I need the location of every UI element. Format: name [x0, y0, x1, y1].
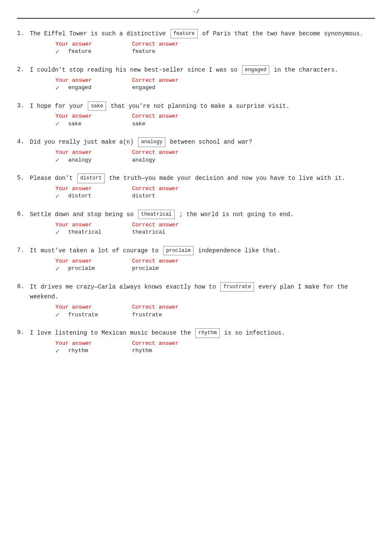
- your-answer-value: frustrate: [68, 312, 132, 318]
- answer-headers: Your answer Correct answer: [55, 258, 375, 264]
- answer-value-row: ✓ rhythm rhythm: [55, 347, 375, 355]
- question-block: 1. The Eiffel Tower is such a distinctiv…: [17, 29, 375, 56]
- question-text: The Eiffel Tower is such a distinctive f…: [30, 29, 375, 39]
- answer-value-row: ✓ frustrate frustrate: [55, 310, 375, 319]
- question-text: I love listening to Mexican music becaus…: [30, 328, 375, 338]
- fill-blank: sake: [88, 101, 106, 111]
- answer-value-row: ✓ theatrical theatrical: [55, 228, 375, 237]
- your-answer-label: Your answer: [55, 340, 132, 347]
- question-content: The Eiffel Tower is such a distinctive f…: [30, 29, 375, 56]
- your-answer-label: Your answer: [55, 77, 132, 84]
- answer-headers: Your answer Correct answer: [55, 304, 375, 310]
- your-answer-label: Your answer: [55, 222, 132, 228]
- fill-blank: proclaim: [163, 246, 194, 255]
- answer-value-row: ✓ feature feature: [55, 47, 375, 56]
- correct-answer-label: Correct answer: [132, 77, 209, 84]
- question-number: 7.: [17, 246, 30, 254]
- fill-blank: analogy: [138, 137, 165, 147]
- question-number: 1.: [17, 29, 30, 37]
- your-answer-label: Your answer: [55, 113, 132, 119]
- check-icon: ✓: [55, 156, 68, 164]
- question-text: It must've taken a lot of courage to pro…: [30, 246, 375, 256]
- fill-blank: distort: [77, 173, 104, 183]
- your-answer-value: rhythm: [68, 347, 132, 354]
- question-number: 6.: [17, 210, 30, 217]
- question-block: 9. I love listening to Mexican music bec…: [17, 328, 375, 355]
- question-block: 8. It drives me crazy—Carla always knows…: [17, 282, 375, 319]
- correct-answer-label: Correct answer: [132, 113, 209, 119]
- question-block: 5. Please don't distort the truth—you ma…: [17, 173, 375, 200]
- answer-value-row: ✓ proclaim proclaim: [55, 264, 375, 273]
- your-answer-label: Your answer: [55, 304, 132, 310]
- fill-blank: feature: [170, 29, 198, 38]
- question-number: 3.: [17, 101, 30, 109]
- question-block: 3. I hope for your sake that you're not …: [17, 101, 375, 128]
- answer-headers: Your answer Correct answer: [55, 222, 375, 228]
- answer-value-row: ✓ engaged engaged: [55, 84, 375, 92]
- check-icon: ✓: [55, 228, 68, 237]
- question-block: 7. It must've taken a lot of courage to …: [17, 246, 375, 273]
- question-content: Please don't distort the truth—you made …: [30, 173, 375, 200]
- check-icon: ✓: [55, 347, 68, 355]
- question-text: Settle down and stop being so theatrical…: [30, 210, 375, 220]
- correct-answer-label: Correct answer: [132, 41, 209, 47]
- correct-answer-value: frustrate: [132, 312, 162, 318]
- correct-answer-label: Correct answer: [132, 149, 209, 156]
- your-answer-label: Your answer: [55, 41, 132, 47]
- fill-blank: rhythm: [195, 328, 219, 338]
- question-block: 6. Settle down and stop being so theatri…: [17, 210, 375, 237]
- check-icon: ✓: [55, 84, 68, 92]
- your-answer-label: Your answer: [55, 149, 132, 156]
- your-answer-label: Your answer: [55, 185, 132, 192]
- answer-value-row: ✓ distort distort: [55, 192, 375, 200]
- question-text: Did you really just make a(n) analogy be…: [30, 137, 375, 147]
- your-answer-value: sake: [68, 121, 132, 127]
- answer-headers: Your answer Correct answer: [55, 149, 375, 156]
- correct-answer-value: theatrical: [132, 229, 165, 235]
- correct-answer-value: sake: [132, 121, 145, 127]
- correct-answer-value: feature: [132, 48, 156, 55]
- question-number: 5.: [17, 173, 30, 181]
- check-icon: ✓: [55, 192, 68, 200]
- check-icon: ✓: [55, 310, 68, 319]
- your-answer-value: theatrical: [68, 229, 132, 235]
- correct-answer-label: Correct answer: [132, 304, 209, 310]
- question-content: I love listening to Mexican music becaus…: [30, 328, 375, 355]
- correct-answer-value: analogy: [132, 157, 156, 163]
- your-answer-value: distort: [68, 193, 132, 199]
- question-text: It drives me crazy—Carla always knows ex…: [30, 282, 375, 303]
- your-answer-label: Your answer: [55, 258, 132, 264]
- answer-headers: Your answer Correct answer: [55, 185, 375, 192]
- page-header: -/: [17, 9, 375, 19]
- question-block: 2. I couldn't stop reading his new best-…: [17, 65, 375, 92]
- question-content: It must've taken a lot of courage to pro…: [30, 246, 375, 273]
- check-icon: ✓: [55, 264, 68, 273]
- question-number: 8.: [17, 282, 30, 290]
- fill-blank: theatrical: [138, 210, 175, 219]
- fill-blank: frustrate: [220, 282, 254, 292]
- question-text: I couldn't stop reading his new best-sel…: [30, 65, 375, 75]
- page-indicator: -/: [193, 9, 200, 15]
- your-answer-value: feature: [68, 48, 132, 55]
- answer-headers: Your answer Correct answer: [55, 340, 375, 347]
- question-text: Please don't distort the truth—you made …: [30, 173, 375, 184]
- question-number: 4.: [17, 137, 30, 145]
- answer-value-row: ✓ analogy analogy: [55, 156, 375, 164]
- question-number: 9.: [17, 328, 30, 336]
- answer-value-row: ✓ sake sake: [55, 119, 375, 128]
- correct-answer-label: Correct answer: [132, 258, 209, 264]
- question-content: Did you really just make a(n) analogy be…: [30, 137, 375, 164]
- your-answer-value: analogy: [68, 157, 132, 163]
- question-block: 4. Did you really just make a(n) analogy…: [17, 137, 375, 164]
- correct-answer-value: proclaim: [132, 265, 159, 272]
- correct-answer-label: Correct answer: [132, 222, 209, 228]
- correct-answer-value: distort: [132, 193, 156, 199]
- fill-blank: engaged: [242, 65, 269, 75]
- check-icon: ✓: [55, 47, 68, 56]
- correct-answer-label: Correct answer: [132, 340, 209, 347]
- correct-answer-value: engaged: [132, 84, 156, 91]
- answer-headers: Your answer Correct answer: [55, 41, 375, 47]
- correct-answer-value: rhythm: [132, 347, 152, 354]
- your-answer-value: engaged: [68, 84, 132, 91]
- correct-answer-label: Correct answer: [132, 185, 209, 192]
